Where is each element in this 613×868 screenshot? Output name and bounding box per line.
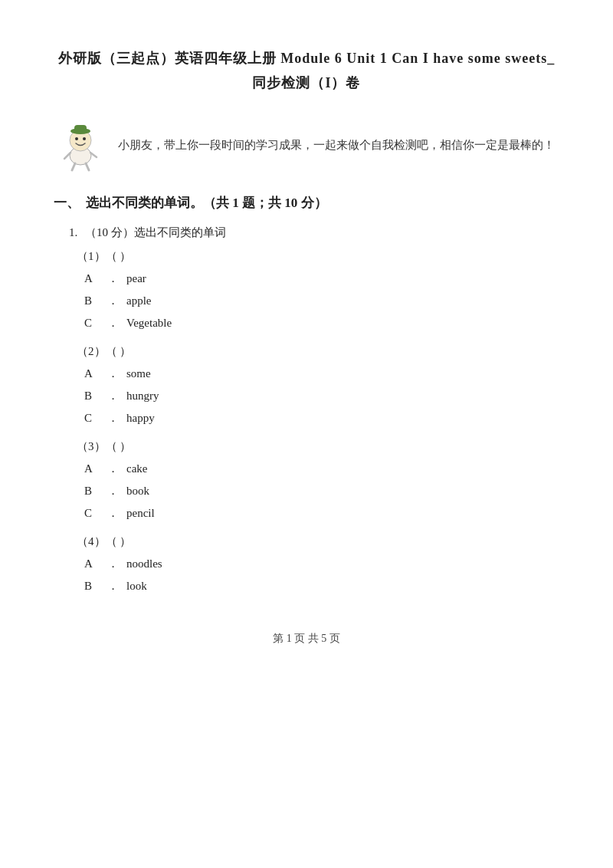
title-line2: 同步检测（I）卷	[54, 71, 559, 95]
svg-line-6	[72, 163, 75, 170]
svg-point-2	[75, 137, 78, 140]
sub-question-1-label: （1）（ ）	[77, 249, 559, 264]
question-1: 1. （10 分）选出不同类的单词 （1）（ ） A ． pear B ． ap…	[54, 225, 559, 593]
sub-question-1: （1）（ ） A ． pear B ． apple C ． Vegetable	[69, 249, 559, 330]
sub-question-2-label: （2）（ ）	[77, 344, 559, 359]
section1-label: 选出不同类的单词。（共 1 题；共 10 分）	[86, 194, 327, 212]
section1-number: 一、	[54, 194, 80, 212]
svg-line-7	[86, 163, 89, 170]
option-2c: C ． happy	[77, 411, 559, 426]
sub-question-3: （3）（ ） A ． cake B ． book C ． pencil	[69, 439, 559, 521]
option-1a: A ． pear	[77, 271, 559, 286]
sub-question-4: （4）（ ） A ． noodles B ． look	[69, 534, 559, 593]
sub-question-2: （2）（ ） A ． some B ． hungry C ． happy	[69, 344, 559, 426]
option-3b: B ． book	[77, 484, 559, 498]
title-line1: 外研版（三起点）英语四年级上册 Module 6 Unit 1 Can I ha…	[54, 46, 559, 71]
svg-point-3	[83, 137, 86, 140]
option-1c: C ． Vegetable	[77, 316, 559, 330]
option-3c: C ． pencil	[77, 506, 559, 521]
option-4a: A ． noodles	[77, 557, 559, 571]
page-footer: 第 1 页 共 5 页	[54, 624, 559, 646]
option-3a: A ． cake	[77, 462, 559, 476]
option-2a: A ． some	[77, 367, 559, 381]
question-1-title: 1. （10 分）选出不同类的单词	[69, 225, 559, 240]
mascot-icon	[54, 119, 107, 173]
mascot-section: 小朋友，带上你一段时间的学习成果，一起来做个自我检测吧，相信你一定是最棒的！	[54, 119, 559, 173]
option-1b: B ． apple	[77, 294, 559, 308]
section1-header: 一、 选出不同类的单词。（共 1 题；共 10 分）	[54, 194, 559, 212]
page-title: 外研版（三起点）英语四年级上册 Module 6 Unit 1 Can I ha…	[54, 46, 559, 96]
option-2b: B ． hungry	[77, 389, 559, 403]
sub-question-4-label: （4）（ ）	[77, 534, 559, 549]
sub-question-3-label: （3）（ ）	[77, 439, 559, 454]
option-4b: B ． look	[77, 579, 559, 593]
mascot-text: 小朋友，带上你一段时间的学习成果，一起来做个自我检测吧，相信你一定是最棒的！	[118, 138, 555, 153]
svg-rect-5	[74, 125, 87, 132]
footer-text: 第 1 页 共 5 页	[273, 633, 340, 644]
